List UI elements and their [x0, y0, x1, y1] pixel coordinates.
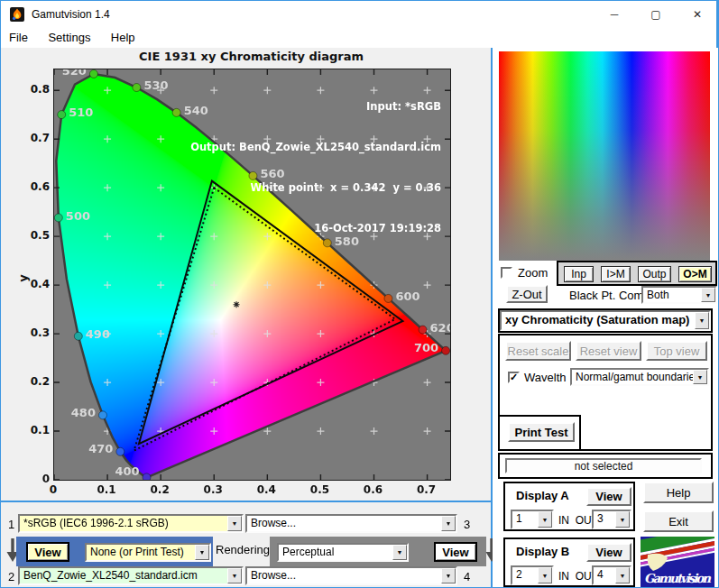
status-field: not selected — [505, 458, 702, 473]
browse-bottom-select[interactable]: Browse... ▼ — [245, 566, 457, 585]
dropdown-arrow-icon[interactable]: ▼ — [615, 511, 630, 528]
output-profile-value: BenQ_Zowie_XL2540_standard.icm — [20, 568, 227, 583]
gamutvision-window: Gamutvision 1.4 ─ ▢ ✕ File Settings Help… — [0, 0, 719, 588]
dropdown-arrow-icon[interactable]: ▼ — [615, 567, 630, 583]
print-test-button[interactable]: Print Test — [508, 422, 575, 442]
none-print-test-value: None (or Print Test) — [87, 545, 195, 560]
x-tick-label: 0.5 — [304, 483, 335, 496]
dropdown-arrow-icon[interactable]: ▼ — [693, 370, 707, 384]
wavelth-checkbox[interactable]: ✓ — [508, 372, 520, 383]
help-button[interactable]: Help — [643, 482, 714, 503]
boundaries-select[interactable]: Normal/gamut boundaries ▼ — [570, 368, 709, 386]
maximize-button[interactable]: ▢ — [635, 1, 677, 28]
outp-button[interactable]: Outp — [638, 266, 671, 282]
zoom-checkbox[interactable] — [501, 267, 512, 279]
view-mode-button-group: Inp I>M Outp O>M — [557, 261, 717, 286]
x-tick-label: 0 — [38, 483, 69, 496]
saturation-map-display — [499, 51, 710, 261]
x-tick-label: 0.4 — [251, 483, 281, 496]
browse-bottom-value: Browse... — [247, 568, 441, 583]
input-profile-value: *sRGB (IEC6 1996-2.1 sRGB) — [20, 516, 227, 531]
window-title: Gamutvision 1.4 — [32, 8, 110, 21]
status-frame: not selected — [498, 453, 713, 479]
control-panel: Zoom Inp I>M Outp O>M Z-Out Black Pt. Co… — [493, 48, 718, 587]
rendering-intent-value: Perceptual — [279, 545, 392, 560]
menu-help[interactable]: Help — [103, 28, 143, 47]
y-tick-label: 0.2 — [12, 375, 50, 388]
dropdown-arrow-icon[interactable]: ▼ — [441, 568, 456, 583]
z-out-button[interactable]: Z-Out — [506, 285, 548, 303]
y-tick-label: 0.4 — [12, 278, 50, 290]
y-tick-label: 0.5 — [12, 229, 50, 242]
dropdown-arrow-icon[interactable]: ▼ — [441, 516, 456, 531]
input-profile-select[interactable]: *sRGB (IEC6 1996-2.1 sRGB) ▼ — [18, 514, 244, 533]
output-profile-select[interactable]: BenQ_Zowie_XL2540_standard.icm ▼ — [18, 566, 244, 585]
annotation-output: Output: BenQ_Zowie_XL2540_standard.icm — [136, 141, 441, 154]
rendering-intent-select[interactable]: Perceptual ▼ — [277, 543, 409, 562]
x-tick-label: 0.2 — [144, 483, 175, 496]
display-a-out-select[interactable]: 3 ▼ — [592, 510, 631, 529]
inp-button[interactable]: Inp — [564, 266, 594, 282]
annotation-datetime: 16-Oct-2017 19:19:28 — [136, 222, 441, 235]
transform-panel-left: View None (or Print Test) ▼ — [16, 537, 213, 566]
annotation-input: Input: *sRGB — [136, 100, 441, 114]
display-a-title: Display A — [516, 489, 569, 502]
x-tick-label: 0.6 — [358, 483, 389, 496]
chart-annotation: Input: *sRGB Output: BenQ_Zowie_XL2540_s… — [136, 73, 441, 262]
x-tick-label: 0.1 — [91, 483, 122, 496]
profile-selection-panel: 1 *sRGB (IEC6 1996-2.1 sRGB) ▼ Browse...… — [1, 502, 491, 587]
black-pt-comp-select[interactable]: Both ▼ — [641, 286, 717, 304]
black-pt-comp-value: Both — [643, 288, 701, 302]
close-button[interactable]: ✕ — [677, 1, 718, 28]
zoom-checkbox-label: Zoom — [518, 266, 548, 280]
dropdown-arrow-icon[interactable]: ▼ — [227, 568, 242, 583]
display-a-out-value: 3 — [594, 511, 615, 528]
menu-file[interactable]: File — [1, 28, 36, 47]
display-b-group: Display B View 2 ▼ IN OUT 4 ▼ — [503, 537, 635, 587]
display-b-in-value: 2 — [512, 567, 538, 583]
dropdown-arrow-icon[interactable]: ▼ — [538, 567, 552, 583]
minimize-button[interactable]: ─ — [594, 1, 635, 28]
exit-button[interactable]: Exit — [643, 510, 714, 532]
dropdown-arrow-icon[interactable]: ▼ — [695, 312, 709, 329]
view-left-button[interactable]: View — [26, 542, 69, 562]
logo-text: Gamutvision — [644, 571, 711, 585]
browse-top-value: Browse... — [247, 516, 441, 531]
y-tick-label: 0.7 — [12, 132, 50, 144]
dropdown-arrow-icon[interactable]: ▼ — [701, 288, 715, 302]
display-b-in-select[interactable]: 2 ▼ — [511, 565, 554, 585]
display-a-view-button[interactable]: View — [586, 487, 631, 506]
i-to-m-button[interactable]: I>M — [601, 266, 631, 282]
display-b-title: Display B — [516, 545, 569, 558]
display-b-view-button[interactable]: View — [586, 543, 631, 562]
menu-settings[interactable]: Settings — [40, 28, 98, 47]
view-right-button[interactable]: View — [434, 542, 477, 562]
dropdown-arrow-icon[interactable]: ▼ — [392, 545, 407, 560]
rendering-label: Rendering — [216, 543, 270, 556]
gamutvision-logo: Gamutvision — [641, 537, 714, 587]
display-a-in-select[interactable]: 1 ▼ — [511, 510, 554, 529]
top-view-button[interactable]: Top view — [646, 341, 707, 361]
slot2-number: 2 — [8, 570, 14, 583]
y-tick-label: 0.6 — [12, 180, 50, 193]
slot1-number: 1 — [8, 518, 14, 531]
browse-top-select[interactable]: Browse... ▼ — [245, 514, 457, 533]
reset-view-button[interactable]: Reset view — [576, 341, 641, 361]
x-tick-label: 0.7 — [411, 483, 442, 496]
y-tick-label: 0.1 — [12, 424, 50, 436]
display-b-out-select[interactable]: 4 ▼ — [592, 565, 631, 585]
dropdown-arrow-icon[interactable]: ▼ — [227, 516, 242, 531]
view-mode-select[interactable]: xy Chromaticity (Saturation map) ▼ — [500, 310, 711, 331]
display-b-out-value: 4 — [594, 567, 615, 583]
display-a-group: Display A View 1 ▼ IN OUT 3 ▼ — [503, 482, 635, 531]
dropdown-arrow-icon[interactable]: ▼ — [538, 511, 552, 528]
title-bar: Gamutvision 1.4 ─ ▢ ✕ — [1, 1, 718, 28]
transform-panel-right: Perceptual ▼ View — [270, 537, 486, 566]
reset-scale-button[interactable]: Reset scale — [505, 341, 571, 361]
o-to-m-button[interactable]: O>M — [678, 266, 712, 282]
dropdown-arrow-icon[interactable]: ▼ — [195, 545, 209, 560]
annotation-whitepoint: White point: x = 0.342 y = 0.36 — [136, 181, 441, 195]
mode-select-frame: xy Chromaticity (Saturation map) ▼ — [498, 308, 713, 333]
none-print-test-select[interactable]: None (or Print Test) ▼ — [85, 543, 211, 562]
app-icon — [10, 7, 24, 22]
